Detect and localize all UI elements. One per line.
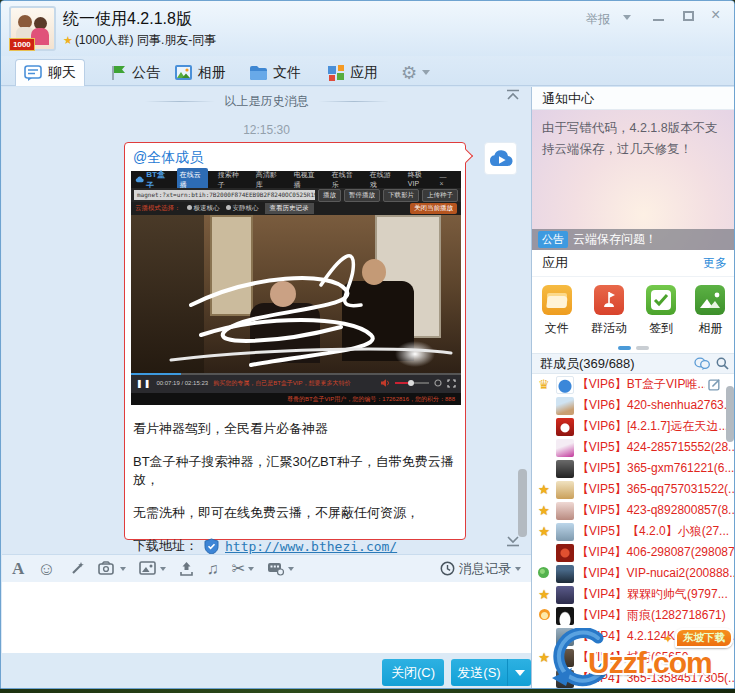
member-row[interactable]: 【VIP5】365-gxm761221(6... <box>532 458 735 479</box>
search-icon[interactable] <box>716 357 729 370</box>
send-image-button[interactable] <box>139 561 166 576</box>
download-link[interactable]: http://www.bthezi.com/ <box>225 539 397 554</box>
send-button[interactable]: 发送(S) <box>451 659 507 686</box>
shield-icon <box>204 538 219 555</box>
send-options-button[interactable] <box>507 659 531 686</box>
member-chat-icon[interactable] <box>694 357 710 370</box>
announcement-bar[interactable]: 公告 云端保存问题！ <box>532 229 735 250</box>
report-button[interactable]: 举报 <box>586 11 610 28</box>
report-dropdown-icon[interactable] <box>623 15 631 20</box>
collapse-down-icon[interactable] <box>505 535 521 547</box>
tab-apps[interactable]: 应用 <box>319 59 386 86</box>
member-row[interactable]: 【VIP6】[4.2.1.7]远在天边... <box>532 416 735 437</box>
history-divider-label: 以上是历史消息 <box>225 93 309 110</box>
apps-more-link[interactable]: 更多 <box>703 255 727 272</box>
member-row[interactable]: 【VIP5】424-285715552(28... <box>532 437 735 458</box>
app-checkin[interactable]: 签到 <box>646 285 676 337</box>
screen-capture-button[interactable] <box>98 561 126 576</box>
group-activity-icon <box>594 285 624 315</box>
check-glyph <box>653 292 669 308</box>
message-record-label: 消息记录 <box>459 560 511 578</box>
member-row[interactable]: ★ 【VIP4】槑槑旳帅气(9797... <box>532 584 735 605</box>
volume-slider <box>395 382 429 384</box>
member-row[interactable]: 【VIP4】VIP-nucai2(200888... <box>532 563 735 584</box>
app-files[interactable]: 文件 <box>542 285 572 337</box>
seek-progress <box>131 373 181 375</box>
divider-line <box>319 101 389 102</box>
footer-bar: 关闭(C) 发送(S) <box>2 653 531 689</box>
album-icon <box>695 285 725 315</box>
player-control-bar: ❚❚ 00:07:19 / 02:15:23 购买您的专属，自己是BT盒子VIP… <box>131 373 461 393</box>
player-upload-button: 上传种子 <box>422 189 458 202</box>
emoji-button[interactable]: ☺ <box>37 560 55 578</box>
screenshot-scissors-button[interactable]: ✂ <box>232 560 254 578</box>
watermark-star-icon: ✦ <box>663 632 673 646</box>
star-icon: ★ <box>538 587 550 602</box>
font-button[interactable]: A <box>12 560 24 578</box>
font-icon: A <box>12 560 24 578</box>
cloud-icon <box>135 176 144 183</box>
member-row[interactable]: 【VIP4】406-298087(298087) <box>532 542 735 563</box>
send-file-button[interactable] <box>179 561 194 577</box>
collapse-up-icon[interactable] <box>505 89 521 101</box>
activity-glyph <box>601 290 617 310</box>
message-settings-button[interactable] <box>267 562 294 576</box>
message-timestamp: 12:15:30 <box>2 123 531 137</box>
member-row[interactable]: 【VIP6】420-shenhua2763... <box>532 395 735 416</box>
message-input[interactable] <box>2 582 531 653</box>
pagination-dot[interactable] <box>636 346 649 350</box>
tab-files[interactable]: 文件 <box>241 59 309 86</box>
app-album[interactable]: 相册 <box>695 285 725 337</box>
dropdown-icon <box>120 567 126 571</box>
maximize-button[interactable] <box>683 11 694 21</box>
member-row[interactable]: ★ 【VIP5】【4.2.0】小狼(27... <box>532 521 735 542</box>
sidebar: 通知中心 由于写错代码，4.2.1.8版本不支持云端保存，过几天修复！ 公告 云… <box>531 87 735 689</box>
member-scrollbar-thumb[interactable] <box>726 386 734 442</box>
star-icon: ★ <box>538 524 550 539</box>
pagination-dot-active[interactable] <box>618 346 631 350</box>
edit-card-icon[interactable] <box>708 378 721 391</box>
settings-gear-button[interactable]: ⚙ <box>393 59 438 86</box>
player-window-controls: — × <box>439 173 457 187</box>
magnet-link-input: magnet:?xt=urn:btih:7B2000F874EEB9B2F824… <box>134 190 315 200</box>
tab-album[interactable]: 相册 <box>166 59 234 86</box>
close-icon[interactable]: × <box>711 7 720 23</box>
minimize-button[interactable] <box>653 19 664 21</box>
member-row[interactable]: ★ 【VIP5】423-q892800857(8... <box>532 500 735 521</box>
member-row[interactable]: ♛ 【VIP6】BT盒子VIP唯... <box>532 374 735 395</box>
seek-bar <box>131 373 461 375</box>
star-icon: ★ <box>538 482 550 497</box>
tab-label: 聊天 <box>48 64 76 82</box>
member-avatar <box>556 418 574 436</box>
group-avatar[interactable]: 1000 <box>9 6 56 51</box>
tab-announcement[interactable]: 公告 <box>101 59 168 86</box>
player-title-bar: BT盒子 在线云播 搜索种子 高清影库 电视直播 在线音乐 在线游戏 终极VIP… <box>131 171 461 188</box>
watermark-badge: 东坡下载 <box>675 628 733 648</box>
message-record-button[interactable]: 消息记录 <box>440 560 521 578</box>
tab-chat[interactable]: 聊天 <box>15 59 85 86</box>
app-label: 群活动 <box>591 320 627 337</box>
magic-wand-button[interactable] <box>69 561 85 577</box>
dropdown-icon <box>160 567 166 571</box>
member-row[interactable]: ★ 【VIP5】365-qq757031522(... <box>532 479 735 500</box>
chat-bubble-icon <box>24 65 43 82</box>
chat-scrollbar-thumb[interactable] <box>518 469 527 537</box>
player-pause-button: 暂停播放 <box>344 189 380 202</box>
close-current-button: 关闭当前播放 <box>410 203 457 214</box>
group-subtitle: ★(1000人群) 同事.朋友-同事 <box>63 32 216 49</box>
music-button[interactable]: ♫ <box>207 560 219 578</box>
member-row[interactable]: 【VIP4】雨痕(1282718671) <box>532 605 735 626</box>
uzzf-watermark: Uzzf.com ✦ 东坡下载 <box>550 628 735 690</box>
member-avatar <box>556 607 574 625</box>
app-label: 签到 <box>649 320 673 337</box>
member-avatar <box>556 523 574 541</box>
member-avatar <box>556 481 574 499</box>
apps-row: 文件 群活动 签到 相册 <box>532 277 735 343</box>
close-button[interactable]: 关闭(C) <box>382 659 444 686</box>
app-activity[interactable]: 群活动 <box>591 285 627 337</box>
star-icon: ★ <box>538 650 550 665</box>
volume-knob <box>408 380 414 386</box>
message-text-line: 看片神器驾到，全民看片必备神器 <box>133 420 459 438</box>
member-avatar <box>556 439 574 457</box>
sender-avatar[interactable] <box>484 142 517 175</box>
